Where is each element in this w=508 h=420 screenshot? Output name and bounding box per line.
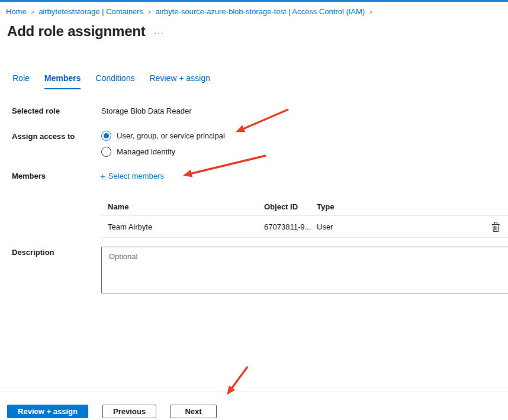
page-title: Add role assignment (7, 23, 146, 40)
assign-access-to-label: Assign access to (12, 132, 75, 141)
table-row: Team Airbyte 67073811-9... User (101, 216, 508, 238)
members-table: Name Object ID Type Team Airbyte 6707381… (101, 198, 508, 238)
selected-role-value: Storage Blob Data Reader (101, 106, 191, 115)
remove-member-button[interactable] (491, 222, 500, 232)
radio-option-label: User, group, or service principal (117, 131, 225, 140)
select-members-link[interactable]: + Select members (100, 171, 164, 181)
plus-icon: + (100, 171, 105, 181)
description-label: Description (12, 248, 54, 257)
breadcrumb-access-control[interactable]: airbyte-source-azure-blob-storage-test |… (155, 7, 365, 16)
previous-button[interactable]: Previous (102, 405, 156, 418)
breadcrumb-separator-icon: > (148, 8, 151, 15)
breadcrumb-separator-icon: > (31, 8, 34, 15)
review-assign-button[interactable]: Review + assign (7, 405, 88, 418)
tab-review-assign[interactable]: Review + assign (149, 73, 210, 89)
selected-role-label: Selected role (12, 106, 60, 115)
column-header-object-id: Object ID (264, 202, 317, 211)
table-header-row: Name Object ID Type (101, 198, 508, 216)
tab-bar: Role Members Conditions Review + assign (12, 73, 210, 89)
tab-members[interactable]: Members (44, 73, 81, 89)
description-input[interactable] (101, 247, 508, 293)
radio-managed-identity[interactable]: Managed identity (101, 147, 175, 157)
member-type-cell: User (317, 222, 471, 231)
select-members-label: Select members (108, 172, 164, 180)
more-options-icon[interactable]: ··· (154, 28, 164, 37)
radio-option-label: Managed identity (117, 147, 175, 156)
next-button[interactable]: Next (170, 405, 217, 418)
radio-unselected-icon (101, 147, 111, 157)
footer-divider (0, 392, 508, 392)
member-name-cell: Team Airbyte (101, 222, 264, 231)
annotation-arrow-next (228, 367, 247, 393)
column-header-type: Type (317, 202, 471, 211)
members-label: Members (12, 172, 46, 180)
add-role-assignment-page: Home > airbyteteststorage | Containers >… (0, 0, 508, 420)
breadcrumb-storage-containers[interactable]: airbyteteststorage | Containers (38, 7, 143, 16)
tab-role[interactable]: Role (12, 73, 30, 89)
breadcrumb-separator-icon: > (369, 8, 372, 15)
radio-user-group-service-principal[interactable]: User, group, or service principal (101, 131, 225, 141)
breadcrumb: Home > airbyteteststorage | Containers >… (6, 7, 373, 16)
member-object-id-cell: 67073811-9... (264, 222, 317, 231)
trash-icon (491, 222, 500, 232)
column-header-name: Name (101, 202, 264, 211)
radio-selected-icon (101, 131, 111, 141)
annotation-arrow-assign-access (237, 109, 288, 131)
annotation-arrow-select-members (185, 156, 266, 175)
breadcrumb-home[interactable]: Home (6, 7, 27, 16)
tab-conditions[interactable]: Conditions (95, 73, 134, 89)
